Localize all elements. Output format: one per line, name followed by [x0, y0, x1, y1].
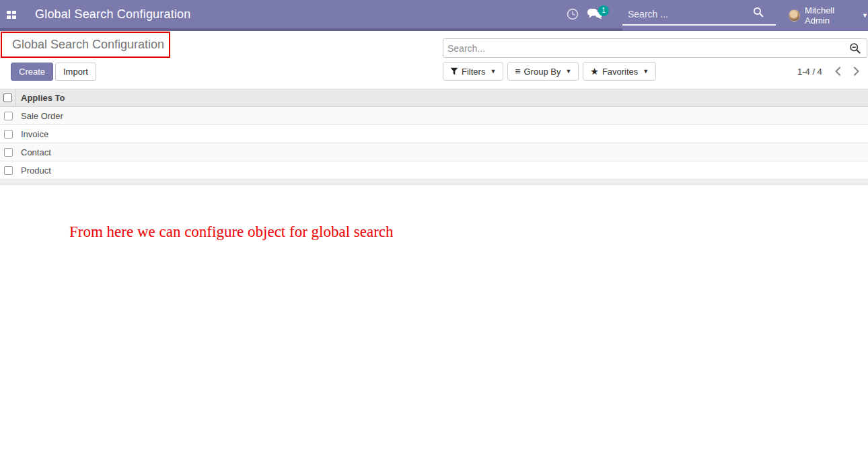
apps-menu-icon[interactable]	[7, 11, 16, 19]
page: Global Search Configuration 1 Mitchell A…	[0, 0, 868, 450]
breadcrumb[interactable]: Global Search Configuration	[2, 38, 164, 52]
row-checkbox[interactable]	[4, 166, 13, 175]
list-footer-strip	[0, 180, 868, 185]
row-cell[interactable]: Sale Order	[16, 111, 63, 121]
select-all-checkbox[interactable]	[3, 93, 12, 102]
group-by-button[interactable]: ≡ Group By ▼	[507, 62, 579, 81]
search-panel	[443, 38, 867, 58]
row-checkbox[interactable]	[4, 148, 13, 157]
list-header-row: Applies To	[0, 89, 868, 107]
chevron-down-icon: ▼	[643, 68, 649, 75]
chevron-left-icon	[834, 67, 841, 76]
activities-clock-icon[interactable]	[567, 8, 579, 20]
group-by-list-icon: ≡	[515, 67, 520, 76]
row-cell[interactable]: Invoice	[16, 129, 48, 139]
chevron-down-icon: ▼	[565, 68, 571, 75]
app-title[interactable]: Global Search Configuration	[35, 7, 191, 22]
table-row[interactable]: Product	[0, 161, 868, 180]
favorites-label: Favorites	[602, 67, 638, 77]
messages-badge: 1	[598, 5, 609, 16]
list-view: Applies To Sale Order Invoice Contact Pr…	[0, 89, 868, 180]
pager: 1-4 / 4	[797, 62, 863, 81]
star-icon: ★	[590, 67, 599, 76]
filters-button[interactable]: Filters ▼	[443, 62, 503, 81]
pager-range: 1-4 / 4	[797, 67, 822, 77]
search-magnifier-icon[interactable]	[849, 42, 861, 54]
breadcrumb-highlight-box: Global Search Configuration	[1, 32, 170, 58]
annotation-text: From here we can configure object for gl…	[69, 223, 394, 241]
top-navbar: Global Search Configuration 1 Mitchell A…	[0, 0, 868, 31]
search-input[interactable]	[444, 40, 848, 57]
pager-previous-button[interactable]	[832, 65, 844, 78]
row-checkbox[interactable]	[4, 112, 13, 120]
pager-next-button[interactable]	[851, 65, 863, 78]
column-header-applies-to[interactable]: Applies To	[16, 93, 65, 103]
import-button[interactable]: Import	[55, 63, 96, 81]
row-checkbox[interactable]	[4, 130, 13, 139]
user-menu[interactable]: Mitchell Admin ▼	[789, 8, 868, 23]
create-button[interactable]: Create	[11, 63, 53, 81]
filters-label: Filters	[462, 67, 485, 77]
filter-bar: Filters ▼ ≡ Group By ▼ ★ Favorites ▼	[443, 62, 656, 81]
chevron-right-icon	[853, 67, 860, 76]
user-avatar	[789, 9, 800, 22]
navbar-bottom-border	[0, 28, 622, 31]
navbar-search-input[interactable]	[628, 7, 749, 22]
table-row[interactable]: Invoice	[0, 125, 868, 143]
filter-funnel-icon	[450, 67, 458, 75]
chevron-down-icon: ▼	[490, 68, 496, 75]
user-name: Mitchell Admin	[805, 5, 858, 26]
group-by-label: Group By	[523, 67, 560, 77]
navbar-search-underline	[622, 24, 776, 26]
navbar-search-icon[interactable]	[753, 7, 764, 17]
navbar-search	[622, 5, 776, 26]
row-cell[interactable]: Contact	[16, 147, 51, 157]
table-row[interactable]: Sale Order	[0, 107, 868, 125]
favorites-button[interactable]: ★ Favorites ▼	[583, 62, 656, 81]
chevron-down-icon: ▼	[862, 12, 868, 19]
table-row[interactable]: Contact	[0, 143, 868, 161]
row-cell[interactable]: Product	[16, 165, 51, 176]
